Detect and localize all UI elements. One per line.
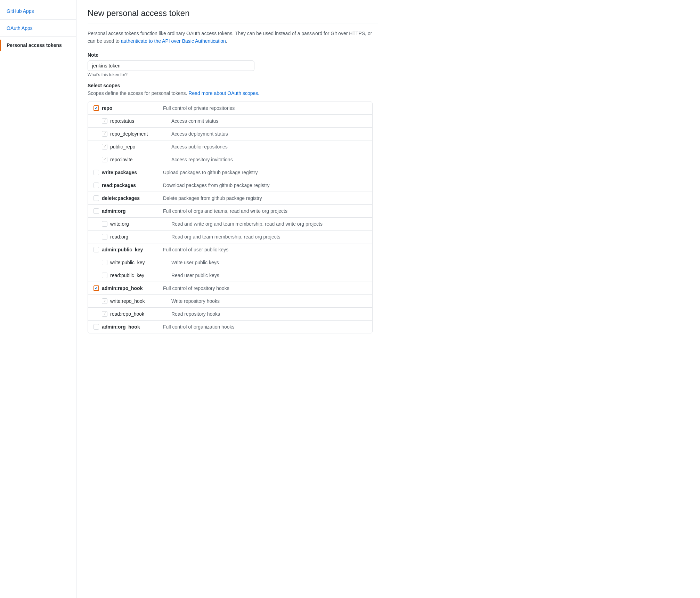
scope-checkbox-admin:org[interactable] <box>93 208 99 214</box>
scope-checkbox-write:org[interactable] <box>102 221 107 227</box>
scope-name-admin:public_key: admin:public_key <box>102 247 143 252</box>
scope-name-read:org: read:org <box>110 234 128 240</box>
scope-checkbox-read:packages[interactable] <box>93 183 99 188</box>
scope-row-sub: write:public_keyWrite user public keys <box>88 256 372 269</box>
scope-desc-write:public_key: Write user public keys <box>171 260 367 265</box>
scope-checkbox-delete:packages[interactable] <box>93 195 99 201</box>
scope-row: admin:orgFull control of orgs and teams,… <box>88 205 372 218</box>
scope-desc-write:org: Read and write org and team membership, … <box>171 221 367 227</box>
scope-desc-admin:repo_hook: Full control of repository hooks <box>163 285 367 291</box>
scope-checkbox-repo:status[interactable]: ✓ <box>102 118 107 124</box>
scope-row-sub: read:orgRead org and team membership, re… <box>88 231 372 243</box>
scope-name-repo: repo <box>102 105 112 111</box>
scope-checkbox-repo[interactable]: ✓ <box>93 105 99 111</box>
scope-name-admin:repo_hook: admin:repo_hook <box>102 285 143 291</box>
note-form-group: Note What's this token for? <box>88 52 378 77</box>
scope-name-read:packages: read:packages <box>102 183 136 188</box>
note-hint: What's this token for? <box>88 72 378 77</box>
scope-checkbox-admin:org_hook[interactable] <box>93 324 99 330</box>
sidebar-divider-2 <box>0 37 76 37</box>
scope-checkbox-read:public_key[interactable] <box>102 273 107 278</box>
scope-desc-read:packages: Download packages from github package re… <box>163 183 367 188</box>
page-title: New personal access token <box>88 8 378 24</box>
scope-row: ✓admin:repo_hookFull control of reposito… <box>88 282 372 295</box>
scopes-desc: Scopes define the access for personal to… <box>88 90 378 96</box>
scope-desc-repo: Full control of private repositories <box>163 105 367 111</box>
sidebar-item-personal-access-tokens[interactable]: Personal access tokens <box>0 40 76 51</box>
sidebar-divider <box>0 19 76 20</box>
scope-row-sub: ✓public_repoAccess public repositories <box>88 140 372 153</box>
scope-name-write:public_key: write:public_key <box>110 260 145 265</box>
scope-desc-admin:org: Full control of orgs and teams, read and… <box>163 208 367 214</box>
main-content: New personal access token Personal acces… <box>76 0 389 598</box>
scope-checkbox-write:public_key[interactable] <box>102 260 107 265</box>
scope-name-public_repo: public_repo <box>110 144 135 150</box>
scope-row: write:packagesUpload packages to github … <box>88 166 372 179</box>
scope-row: ✓repoFull control of private repositorie… <box>88 102 372 115</box>
scope-desc-write:packages: Upload packages to github package regist… <box>163 170 367 175</box>
scope-checkbox-read:org[interactable] <box>102 234 107 240</box>
scope-desc-admin:org_hook: Full control of organization hooks <box>163 324 367 330</box>
scope-name-admin:org_hook: admin:org_hook <box>102 324 140 330</box>
scope-row: delete:packagesDelete packages from gith… <box>88 192 372 205</box>
scope-name-repo:invite: repo:invite <box>110 157 133 162</box>
scope-row-sub: ✓repo:statusAccess commit status <box>88 115 372 128</box>
scope-row-sub: ✓repo:inviteAccess repository invitation… <box>88 153 372 166</box>
scope-desc-read:public_key: Read user public keys <box>171 273 367 278</box>
scope-row-sub: read:public_keyRead user public keys <box>88 269 372 282</box>
scope-desc-repo:status: Access commit status <box>171 118 367 124</box>
description: Personal access tokens function like ord… <box>88 30 378 45</box>
scope-row: admin:org_hookFull control of organizati… <box>88 321 372 333</box>
scope-row-sub: write:orgRead and write org and team mem… <box>88 218 372 231</box>
scope-checkbox-write:packages[interactable] <box>93 170 99 175</box>
scope-checkbox-admin:public_key[interactable] <box>93 247 99 252</box>
scope-name-read:repo_hook: read:repo_hook <box>110 311 144 317</box>
scopes-group: Select scopes Scopes define the access f… <box>88 83 378 333</box>
scope-name-repo:status: repo:status <box>110 118 134 124</box>
scope-name-write:packages: write:packages <box>102 170 137 175</box>
basic-auth-link[interactable]: authenticate to the API over Basic Authe… <box>121 38 226 44</box>
scope-desc-repo:invite: Access repository invitations <box>171 157 367 162</box>
scope-desc-public_repo: Access public repositories <box>171 144 367 150</box>
scope-checkbox-write:repo_hook[interactable]: ✓ <box>102 298 107 304</box>
scope-row-sub: ✓write:repo_hookWrite repository hooks <box>88 295 372 308</box>
scope-checkbox-read:repo_hook[interactable]: ✓ <box>102 311 107 317</box>
scope-name-repo_deployment: repo_deployment <box>110 131 148 137</box>
scope-checkbox-public_repo[interactable]: ✓ <box>102 144 107 150</box>
scope-name-write:org: write:org <box>110 221 129 227</box>
scope-checkbox-admin:repo_hook[interactable]: ✓ <box>93 285 99 291</box>
scopes-table: ✓repoFull control of private repositorie… <box>88 102 373 333</box>
scope-desc-admin:public_key: Full control of user public keys <box>163 247 367 252</box>
sidebar: GitHub Apps OAuth Apps Personal access t… <box>0 0 76 598</box>
note-label: Note <box>88 52 378 58</box>
sidebar-item-oauth-apps[interactable]: OAuth Apps <box>0 23 76 34</box>
scope-desc-write:repo_hook: Write repository hooks <box>171 298 367 304</box>
oauth-scopes-link[interactable]: Read more about OAuth scopes. <box>188 90 259 96</box>
scope-desc-read:repo_hook: Read repository hooks <box>171 311 367 317</box>
scope-checkbox-repo:invite[interactable]: ✓ <box>102 157 107 162</box>
scope-desc-repo_deployment: Access deployment status <box>171 131 367 137</box>
scopes-title: Select scopes <box>88 83 378 88</box>
scope-name-write:repo_hook: write:repo_hook <box>110 298 145 304</box>
scope-row: admin:public_keyFull control of user pub… <box>88 243 372 256</box>
scope-row-sub: ✓read:repo_hookRead repository hooks <box>88 308 372 321</box>
scope-checkbox-repo_deployment[interactable]: ✓ <box>102 131 107 137</box>
sidebar-item-github-apps[interactable]: GitHub Apps <box>0 6 76 17</box>
scope-row: read:packagesDownload packages from gith… <box>88 179 372 192</box>
scope-name-admin:org: admin:org <box>102 208 125 214</box>
scope-row-sub: ✓repo_deploymentAccess deployment status <box>88 128 372 140</box>
scope-name-read:public_key: read:public_key <box>110 273 144 278</box>
scope-name-delete:packages: delete:packages <box>102 195 140 201</box>
note-input[interactable] <box>88 60 254 71</box>
scope-desc-delete:packages: Delete packages from github package regi… <box>163 195 367 201</box>
scope-desc-read:org: Read org and team membership, read org p… <box>171 234 367 240</box>
